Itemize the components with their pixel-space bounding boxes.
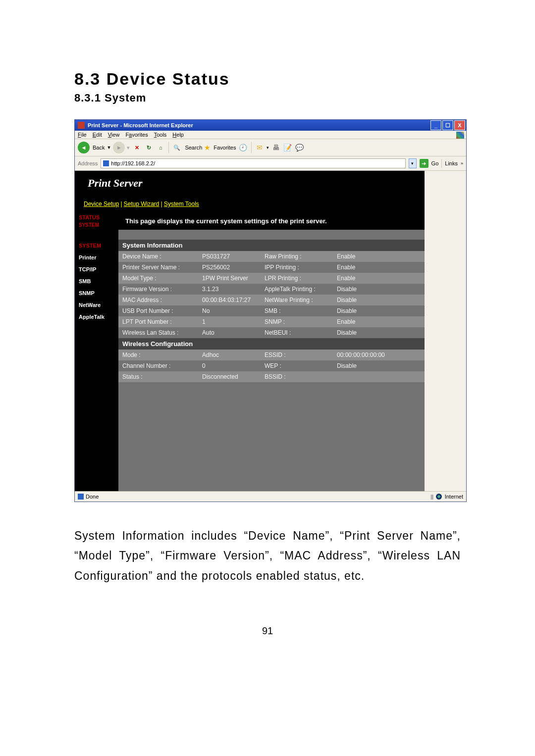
sidebar-item-printer[interactable]: Printer bbox=[75, 252, 118, 263]
cell-value: Disconnected bbox=[198, 371, 261, 382]
back-label[interactable]: Back bbox=[93, 145, 105, 151]
sidebar-item-smb[interactable]: SMB bbox=[75, 275, 118, 287]
cell-label: Raw Printing : bbox=[261, 251, 333, 262]
sidebar-item-system[interactable]: SYSTEM bbox=[75, 240, 118, 252]
nav-system-tools[interactable]: System Tools bbox=[164, 201, 199, 207]
links-label[interactable]: Links bbox=[445, 160, 458, 166]
progress-grip: |||||| bbox=[430, 494, 433, 500]
table-row: LPT Port Number :1SNMP :Enable bbox=[118, 316, 425, 327]
sidebar: STATUS SYSTEM SYSTEM Printer TCP/IP SMB … bbox=[75, 212, 118, 491]
menu-help[interactable]: Help bbox=[172, 132, 184, 138]
nav-setup-wizard[interactable]: Setup Wizard bbox=[124, 201, 160, 207]
table-row: Mode :AdhocESSID :00:00:00:00:00:00 bbox=[118, 350, 425, 360]
cell-label: MAC Address : bbox=[118, 295, 198, 305]
sidebar-item-appletalk[interactable]: AppleTalk bbox=[75, 311, 118, 323]
windows-flag-icon bbox=[456, 132, 464, 139]
table-row: Wireless Lan Status :AutoNetBEUI :Disabl… bbox=[118, 327, 425, 338]
cell-value: Enable bbox=[333, 251, 425, 262]
sidebar-item-tcpip[interactable]: TCP/IP bbox=[75, 263, 118, 275]
menu-tools[interactable]: Tools bbox=[154, 132, 167, 138]
menubar: File Edit View Favorites Tools Help bbox=[75, 131, 466, 139]
go-button[interactable]: ➜ bbox=[420, 159, 428, 168]
main-panel: This page displays the current system se… bbox=[118, 212, 425, 491]
cell-label: Device Name : bbox=[118, 251, 198, 262]
toolbar: ◄ Back ▼ ► ▾ ✕ ↻ ⌂ 🔍 Search ★ Favorites … bbox=[75, 139, 466, 156]
section-heading-2: 8.3.1 System bbox=[74, 92, 461, 104]
address-url: http://192.168.2.2/ bbox=[111, 160, 155, 166]
back-button[interactable]: ◄ bbox=[78, 142, 90, 153]
cell-value: 0 bbox=[198, 360, 261, 371]
cell-value: Disable bbox=[333, 295, 425, 305]
cell-value: PS256002 bbox=[198, 262, 261, 273]
section-heading-1: 8.3 Device Status bbox=[74, 69, 461, 89]
search-label[interactable]: Search bbox=[185, 145, 202, 151]
cell-value: Disable bbox=[333, 360, 425, 371]
address-dropdown[interactable]: ▾ bbox=[409, 158, 417, 168]
cell-value: Disable bbox=[333, 284, 425, 295]
address-bar: Address http://192.168.2.2/ ▾ ➜ Go Links… bbox=[75, 156, 466, 171]
favorites-icon[interactable]: ★ bbox=[204, 144, 211, 151]
cell-value: Enable bbox=[333, 262, 425, 273]
home-button[interactable]: ⌂ bbox=[156, 143, 165, 152]
sidebar-item-snmp[interactable]: SNMP bbox=[75, 287, 118, 299]
table-row: USB Port Number :NoSMB :Disable bbox=[118, 305, 425, 316]
cell-label: USB Port Number : bbox=[118, 305, 198, 316]
cell-label: Model Type : bbox=[118, 273, 198, 284]
cell-label: Mode : bbox=[118, 350, 198, 360]
caption-paragraph: System Information includes “Device Name… bbox=[74, 526, 461, 586]
go-label: Go bbox=[431, 160, 439, 166]
table-row: Status :DisconnectedBSSID : bbox=[118, 371, 425, 382]
menu-favorites[interactable]: Favorites bbox=[125, 132, 148, 138]
cell-label: SMB : bbox=[261, 305, 333, 316]
edit-icon[interactable]: 📝 bbox=[283, 143, 293, 152]
section-wireless: Wireless Configruation bbox=[118, 338, 425, 350]
cell-label: Wireless Lan Status : bbox=[118, 327, 198, 338]
table-row: Printer Server Name :PS256002IPP Printin… bbox=[118, 262, 425, 273]
cell-label: Status : bbox=[118, 371, 198, 382]
print-icon[interactable]: 🖶 bbox=[271, 143, 281, 152]
page-number: 91 bbox=[74, 625, 461, 637]
cell-value: 00:00:00:00:00:00 bbox=[333, 350, 425, 360]
search-icon[interactable]: 🔍 bbox=[172, 143, 182, 152]
nav-device-setup[interactable]: Device Setup bbox=[84, 201, 119, 207]
cell-value: Adhoc bbox=[198, 350, 261, 360]
cell-label: ESSID : bbox=[261, 350, 333, 360]
forward-button[interactable]: ► bbox=[113, 142, 125, 153]
cell-label: AppleTalk Printing : bbox=[261, 284, 333, 295]
cell-value: 00:00:B4:03:17:27 bbox=[198, 295, 261, 305]
cell-value: Enable bbox=[333, 316, 425, 327]
discuss-icon[interactable]: 💬 bbox=[295, 143, 305, 152]
internet-zone-icon bbox=[436, 494, 442, 500]
history-icon[interactable]: 🕘 bbox=[238, 143, 248, 152]
cell-value bbox=[333, 371, 425, 382]
section-system-info: System Information bbox=[118, 240, 425, 251]
sidebar-item-netware[interactable]: NetWare bbox=[75, 299, 118, 311]
menu-edit[interactable]: Edit bbox=[93, 132, 102, 138]
close-button[interactable]: X bbox=[454, 120, 465, 130]
menu-view[interactable]: View bbox=[108, 132, 120, 138]
cell-value: No bbox=[198, 305, 261, 316]
ie-done-icon bbox=[78, 494, 84, 500]
restore-button[interactable]: ☐ bbox=[442, 120, 453, 130]
cell-label: WEP : bbox=[261, 360, 333, 371]
cell-label: Firmware Version : bbox=[118, 284, 198, 295]
address-input[interactable]: http://192.168.2.2/ bbox=[101, 158, 405, 168]
minimize-button[interactable]: _ bbox=[430, 120, 441, 130]
menu-file[interactable]: File bbox=[78, 132, 87, 138]
cell-label: BSSID : bbox=[261, 371, 333, 382]
cell-value: 1 bbox=[198, 316, 261, 327]
table-row: Device Name :PS031727Raw Printing :Enabl… bbox=[118, 251, 425, 262]
favorites-label[interactable]: Favorites bbox=[214, 145, 236, 151]
cell-value: Disable bbox=[333, 305, 425, 316]
table-row: Model Type :1PW Print ServerLPR Printing… bbox=[118, 273, 425, 284]
table-row: Channel Number :0WEP :Disable bbox=[118, 360, 425, 371]
device-nav: Device Setup|Setup Wizard|System Tools bbox=[75, 196, 425, 212]
mail-icon[interactable]: ✉ bbox=[255, 143, 265, 152]
system-info-table: Device Name :PS031727Raw Printing :Enabl… bbox=[118, 251, 425, 338]
ie-page-icon bbox=[103, 160, 109, 166]
table-row: MAC Address :00:00:B4:03:17:27NetWare Pr… bbox=[118, 295, 425, 305]
refresh-button[interactable]: ↻ bbox=[144, 143, 154, 152]
stop-button[interactable]: ✕ bbox=[132, 143, 142, 152]
cell-value: Enable bbox=[333, 273, 425, 284]
cell-value: Auto bbox=[198, 327, 261, 338]
